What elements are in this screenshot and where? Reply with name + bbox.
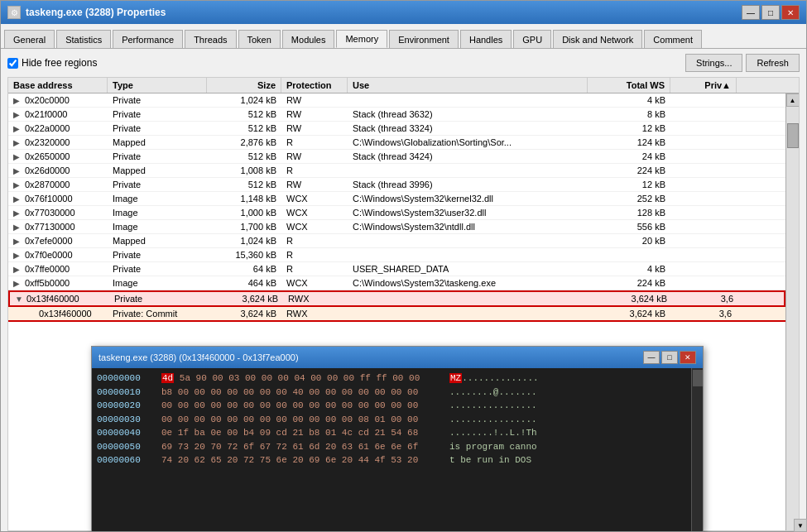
cell-prot: WCX [281, 192, 348, 205]
tab-token[interactable]: Token [238, 30, 281, 48]
cell-use: Stack (thread 3996) [348, 178, 588, 191]
sub-close-button[interactable]: ✕ [680, 351, 696, 364]
hex-line: 0000002000 00 00 00 00 00 00 00 00 00 00… [97, 399, 686, 413]
table-row[interactable]: ▶0x26d0000Mapped1,008 kBR224 kB [8, 164, 785, 178]
tab-modules[interactable]: Modules [282, 30, 335, 48]
cell-size: 1,008 kB [207, 164, 281, 177]
base-address: 0x21f0000 [25, 109, 67, 119]
sub-title-bar: taskeng.exe (3288) (0x13f460000 - 0x13f7… [92, 347, 703, 368]
table-row[interactable]: ▶0x2870000Private512 kBRWStack (thread 3… [8, 178, 785, 192]
expand-icon[interactable]: ▶ [13, 124, 25, 133]
title-bar-left: ⚙ taskeng.exe (3288) Properties [7, 6, 166, 19]
vertical-scrollbar[interactable]: ▲ ▼ [785, 93, 799, 530]
base-address: 0x13f460000 [36, 309, 92, 319]
tab-memory[interactable]: Memory [336, 30, 387, 48]
cell-use: USER_SHARED_DATA [348, 262, 588, 276]
cell-prot: RW [281, 178, 348, 191]
tab-handles[interactable]: Handles [460, 30, 512, 48]
tab-general[interactable]: General [4, 30, 55, 48]
hex-scrollbar[interactable] [691, 368, 703, 531]
tab-threads[interactable]: Threads [185, 30, 236, 48]
table-row[interactable]: ▶0x2320000Mapped2,876 kBRC:\Windows\Glob… [8, 136, 785, 150]
minimize-button[interactable]: — [742, 5, 760, 20]
cell-use [348, 98, 588, 102]
table-row[interactable]: ▶0x76f10000Image1,148 kBWCXC:\Windows\Sy… [8, 192, 785, 206]
table-row[interactable]: ▶0x20c0000Private1,024 kBRW4 kB [8, 93, 785, 108]
hide-free-checkbox[interactable] [7, 58, 18, 69]
expand-icon[interactable]: ▶ [13, 180, 25, 189]
hex-line: 00000010b8 00 00 00 00 00 00 00 40 00 00… [97, 386, 686, 400]
table-row[interactable]: ▶0x21f0000Private512 kBRWStack (thread 3… [8, 108, 785, 122]
expand-icon[interactable]: ▶ [13, 208, 25, 218]
expand-icon[interactable]: ▶ [13, 279, 25, 288]
cell-base: ▶0x22a0000 [8, 122, 108, 135]
table-row[interactable]: ▶0x77130000Image1,700 kBWCXC:\Windows\Sy… [8, 220, 785, 234]
hex-bytes: 0e 1f ba 0e 00 b4 09 cd 21 b8 01 4c cd 2… [161, 426, 443, 440]
hex-ascii: MZ.............. [449, 371, 539, 386]
expand-icon[interactable]: ▶ [13, 223, 25, 232]
tab-disk-network[interactable]: Disk and Network [553, 30, 642, 48]
expand-icon[interactable]: ▶ [13, 96, 25, 105]
cell-use: C:\Windows\System32\user32.dll [348, 206, 588, 219]
table-row[interactable]: ▶0x7f0e0000Private15,360 kBR [8, 248, 785, 262]
cell-priv [670, 127, 737, 130]
toolbar: Hide free regions Strings... Refresh [1, 49, 806, 77]
cell-use [348, 312, 588, 315]
table-row[interactable]: ▶0x7efe0000Mapped1,024 kBR20 kB [8, 234, 785, 248]
expand-icon[interactable]: ▼ [15, 295, 26, 304]
tab-performance[interactable]: Performance [113, 30, 183, 48]
expand-icon[interactable]: ▶ [13, 152, 25, 161]
tab-statistics[interactable]: Statistics [56, 30, 111, 48]
expand-icon[interactable]: ▶ [13, 265, 25, 274]
table-row[interactable]: ▶0x2650000Private512 kBRWStack (thread 3… [8, 150, 785, 164]
cell-totalws: 24 kB [588, 150, 670, 163]
sub-maximize-button[interactable]: □ [661, 351, 678, 364]
maximize-button[interactable]: □ [761, 5, 780, 20]
tab-environment[interactable]: Environment [389, 30, 459, 48]
cell-size: 512 kB [207, 178, 281, 191]
close-button[interactable]: ✕ [781, 5, 800, 20]
cell-type: Private [108, 93, 207, 107]
cell-priv [670, 169, 737, 172]
table-row[interactable]: 0x13f460000Private: Commit3,624 kBRWX3,6… [8, 307, 785, 322]
cell-totalws: 12 kB [588, 178, 670, 191]
expand-icon[interactable]: ▶ [13, 251, 25, 260]
cell-use: C:\Windows\System32\kernel32.dll [348, 192, 588, 205]
table-row[interactable]: ▶0x22a0000Private512 kBRWStack (thread 3… [8, 122, 785, 136]
cell-type: Image [108, 206, 207, 219]
tab-comment[interactable]: Comment [644, 30, 702, 48]
cell-size: 512 kB [207, 108, 281, 121]
table-row[interactable]: ▼0x13f460000Private3,624 kBRWX3,624 kB3,… [8, 290, 785, 307]
sub-minimize-button[interactable]: — [643, 351, 660, 364]
cell-type: Private [108, 178, 207, 191]
cell-totalws: 4 kB [588, 93, 670, 107]
hex-scroll-thumb[interactable] [693, 370, 703, 386]
expand-icon[interactable]: ▶ [13, 166, 25, 175]
cell-priv [670, 183, 737, 186]
hex-bytes: 4d 5a 90 00 03 00 00 00 04 00 00 00 ff f… [161, 371, 443, 386]
cell-priv: 3,6 [672, 292, 738, 305]
cell-base: ▶0x7f0e0000 [8, 248, 108, 261]
refresh-button[interactable]: Refresh [746, 54, 800, 72]
table-row[interactable]: ▶0x77030000Image1,000 kBWCXC:\Windows\Sy… [8, 206, 785, 220]
strings-button[interactable]: Strings... [685, 54, 742, 72]
hex-offset: 00000060 [97, 453, 155, 467]
expand-icon[interactable]: ▶ [13, 138, 25, 147]
expand-icon[interactable]: ▶ [13, 110, 25, 119]
cell-priv [670, 197, 737, 200]
expand-icon[interactable]: ▶ [13, 237, 25, 246]
cell-prot: RW [281, 150, 348, 163]
cell-totalws: 128 kB [588, 206, 670, 219]
cell-type: Mapped [108, 234, 207, 247]
hex-offset: 00000000 [97, 371, 155, 386]
table-row[interactable]: ▶0xff5b0000Image464 kBWCXC:\Windows\Syst… [8, 276, 785, 290]
cell-size: 1,024 kB [207, 93, 281, 107]
table-row[interactable]: ▶0x7ffe0000Private64 kBRUSER_SHARED_DATA… [8, 262, 785, 276]
expand-icon[interactable]: ▶ [13, 194, 25, 204]
hex-ascii: t be run in DOS [449, 453, 531, 467]
cell-prot: WCX [281, 276, 348, 290]
cell-size: 1,700 kB [207, 220, 281, 233]
tab-gpu[interactable]: GPU [513, 30, 551, 48]
hide-free-label: Hide free regions [22, 57, 97, 69]
scroll-thumb[interactable] [787, 123, 799, 148]
